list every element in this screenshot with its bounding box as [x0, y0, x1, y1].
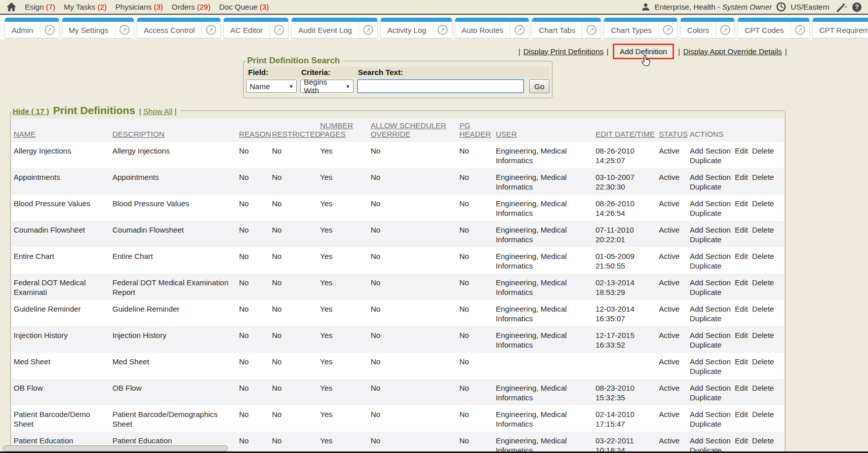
row-action-add-section[interactable]: Add Section [690, 199, 731, 208]
row-action-delete[interactable]: Delete [752, 410, 774, 419]
open-in-new-icon[interactable]: ↗ [363, 25, 373, 35]
row-action-edit[interactable]: Edit [735, 305, 748, 313]
topbar-nav-my-tasks[interactable]: My Tasks (2) [64, 3, 107, 11]
row-action-duplicate[interactable]: Duplicate [690, 367, 722, 375]
row-action-add-section[interactable]: Add Section [690, 410, 731, 419]
show-all-link[interactable]: Show All [143, 107, 173, 116]
row-action-delete[interactable]: Delete [752, 331, 774, 339]
home-icon[interactable] [6, 2, 17, 12]
row-action-add-section[interactable]: Add Section [690, 146, 731, 155]
open-in-new-icon[interactable]: ↗ [795, 25, 805, 35]
tab-popout-target[interactable]: ↗ [659, 25, 677, 35]
row-action-delete[interactable]: Delete [752, 305, 774, 313]
row-action-edit[interactable]: Edit [735, 199, 748, 208]
go-button[interactable]: Go [529, 79, 549, 93]
row-action-add-section[interactable]: Add Section [690, 357, 731, 366]
tab-my-settings[interactable]: My Settings↗ [62, 18, 134, 38]
field-select[interactable]: Name ▼ [246, 80, 297, 93]
row-action-delete[interactable]: Delete [752, 252, 774, 260]
open-in-new-icon[interactable]: ↗ [206, 25, 216, 35]
tab-popout-target[interactable]: ↗ [115, 25, 134, 35]
open-in-new-icon[interactable]: ↗ [663, 25, 673, 35]
open-in-new-icon[interactable]: ↗ [515, 25, 525, 35]
open-in-new-icon[interactable]: ↗ [274, 25, 284, 35]
row-action-add-section[interactable]: Add Section [690, 225, 731, 234]
horizontal-scrollbar-thumb[interactable] [3, 445, 228, 451]
open-in-new-icon[interactable]: ↗ [586, 25, 597, 35]
row-action-duplicate[interactable]: Duplicate [690, 314, 722, 323]
column-header-status[interactable]: STATUS [657, 119, 688, 142]
open-in-new-icon[interactable]: ↗ [45, 25, 55, 35]
row-action-edit[interactable]: Edit [735, 331, 748, 339]
topbar-nav-doc-queue[interactable]: Doc Queue (3) [219, 3, 269, 11]
tab-activity-log[interactable]: Activity Log↗ [381, 18, 452, 38]
tab-popout-target[interactable]: ↗ [270, 25, 288, 35]
tab-popout-target[interactable]: ↗ [202, 25, 220, 35]
row-action-add-section[interactable]: Add Section [690, 278, 731, 287]
topbar-nav-esign[interactable]: Esign (7) [25, 3, 55, 11]
display-print-definitions-link[interactable]: Display Print Definitions [523, 47, 603, 56]
row-action-delete[interactable]: Delete [752, 384, 774, 392]
row-action-duplicate[interactable]: Duplicate [690, 156, 722, 165]
open-in-new-icon[interactable]: ↗ [438, 25, 448, 35]
row-action-delete[interactable]: Delete [752, 278, 774, 287]
tab-admin[interactable]: Admin↗ [5, 18, 59, 38]
column-header-user[interactable]: USER [494, 119, 594, 142]
row-action-duplicate[interactable]: Duplicate [690, 209, 722, 217]
row-action-duplicate[interactable]: Duplicate [690, 261, 722, 270]
tab-ac-editor[interactable]: AC Editor↗ [224, 18, 288, 38]
open-in-new-icon[interactable]: ↗ [120, 25, 130, 35]
row-action-delete[interactable]: Delete [752, 173, 774, 181]
topbar-nav-physicians[interactable]: Physicians (3) [115, 3, 163, 11]
hide-link[interactable]: Hide ( 17 ) [13, 107, 49, 116]
row-action-edit[interactable]: Edit [735, 278, 748, 287]
tab-auto-routes[interactable]: Auto Routes↗ [455, 18, 529, 38]
row-action-edit[interactable]: Edit [735, 146, 748, 155]
column-header-pg-header[interactable]: PG HEADER [457, 119, 494, 142]
open-in-new-icon[interactable]: ↗ [720, 25, 730, 35]
row-action-edit[interactable]: Edit [735, 410, 748, 419]
criteria-select[interactable]: Begins With ▼ [300, 80, 353, 93]
row-action-duplicate[interactable]: Duplicate [690, 235, 722, 244]
row-action-edit[interactable]: Edit [735, 225, 748, 234]
row-action-duplicate[interactable]: Duplicate [690, 341, 722, 349]
magic-wand-icon[interactable] [836, 2, 847, 12]
column-header-restricted[interactable]: RESTRICTED [270, 119, 318, 142]
tab-popout-target[interactable]: ↗ [433, 25, 452, 35]
tab-popout-target[interactable]: ↗ [359, 25, 377, 35]
row-action-add-section[interactable]: Add Section [690, 252, 731, 260]
tab-cpt-requirements[interactable]: CPT Requirements↗ [813, 18, 868, 38]
row-action-delete[interactable]: Delete [752, 199, 774, 208]
row-action-edit[interactable]: Edit [735, 357, 748, 366]
row-action-duplicate[interactable]: Duplicate [690, 288, 722, 296]
row-action-add-section[interactable]: Add Section [690, 331, 731, 339]
tab-popout-target[interactable]: ↗ [582, 25, 601, 35]
tab-popout-target[interactable]: ↗ [510, 25, 529, 35]
row-action-edit[interactable]: Edit [735, 436, 748, 445]
display-appt-override-link[interactable]: Display Appt Override Details [683, 47, 782, 56]
row-action-edit[interactable]: Edit [735, 252, 748, 260]
tab-popout-target[interactable]: ↗ [716, 25, 734, 35]
help-icon[interactable]: ? [852, 2, 862, 12]
row-action-delete[interactable]: Delete [752, 146, 774, 155]
tab-colors[interactable]: Colors↗ [681, 18, 734, 38]
column-header-allow-scheduler-override[interactable]: ALLOW SCHEDULER OVERRIDE [369, 119, 457, 142]
row-action-duplicate[interactable]: Duplicate [690, 182, 722, 191]
topbar-nav-orders[interactable]: Orders (29) [172, 3, 211, 11]
tab-audit-event-log[interactable]: Audit Event Log↗ [292, 18, 377, 38]
column-header-description[interactable]: DESCRIPTION [110, 119, 237, 142]
tab-popout-target[interactable]: ↗ [791, 25, 809, 35]
row-action-add-section[interactable]: Add Section [690, 173, 731, 181]
row-action-delete[interactable]: Delete [752, 225, 774, 234]
tab-chart-tabs[interactable]: Chart Tabs↗ [532, 18, 601, 38]
search-text-input[interactable] [357, 79, 524, 93]
row-action-add-section[interactable]: Add Section [690, 384, 731, 392]
tab-cpt-codes[interactable]: CPT Codes↗ [738, 18, 809, 38]
row-action-add-section[interactable]: Add Section [690, 436, 731, 445]
tab-popout-target[interactable]: ↗ [41, 25, 59, 35]
row-action-edit[interactable]: Edit [735, 173, 748, 181]
tab-chart-types[interactable]: Chart Types↗ [604, 18, 677, 38]
row-action-edit[interactable]: Edit [735, 384, 748, 392]
row-action-duplicate[interactable]: Duplicate [690, 393, 722, 402]
row-action-delete[interactable]: Delete [752, 357, 774, 366]
